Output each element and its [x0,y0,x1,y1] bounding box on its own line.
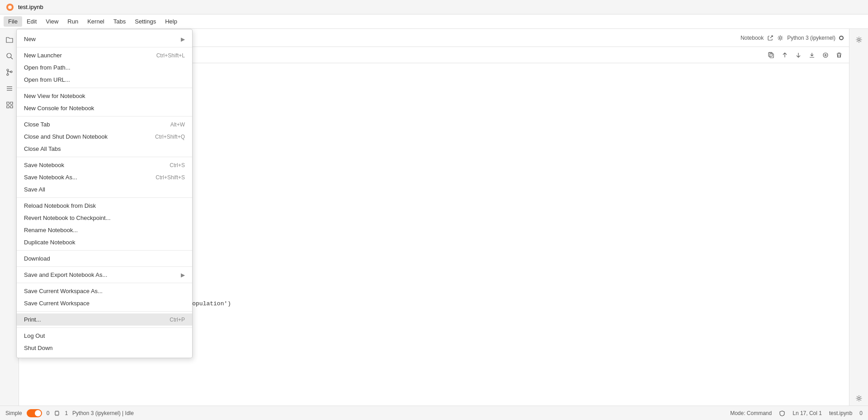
menu-item-save-all[interactable]: Save All [17,183,192,196]
zero-count: 0 [47,410,50,416]
status-left: Simple 0 1 Python 3 (ipykernel) | Idle [5,409,134,417]
menu-item-save-export[interactable]: Save and Export Notebook As... ▶ [17,269,192,281]
svg-point-1 [8,5,12,9]
zero-right: 0 [859,410,863,416]
menu-item-new-label: New [24,36,36,42]
menu-item-new-console[interactable]: New Console for Notebook [17,102,192,114]
print-shortcut: Ctrl+P [170,317,185,323]
svg-point-17 [858,39,860,41]
menu-item-close-tab[interactable]: Close Tab Alt+W [17,118,192,131]
mode-label: Simple [5,410,22,416]
menu-item-revert[interactable]: Revert Notebook to Checkpoint... [17,212,192,224]
menu-kernel[interactable]: Kernel [83,16,109,27]
line-col: Ln 17, Col 1 [793,410,822,416]
svg-point-18 [858,397,860,400]
logout-label: Log Out [24,332,45,339]
open-url-label: Open from URL... [24,76,70,83]
menu-view[interactable]: View [41,16,63,27]
menu-section-reload: Reload Notebook from Disk Revert Noteboo… [17,198,192,251]
save-notebook-as-shortcut: Ctrl+Shift+S [156,174,185,181]
new-console-label: New Console for Notebook [24,105,94,112]
menu-item-new-launcher[interactable]: New Launcher Ctrl+Shift+L [17,49,192,61]
rename-label: Rename Notebook... [24,227,78,233]
close-all-label: Close All Tabs [24,145,61,152]
menu-run[interactable]: Run [63,16,83,27]
menu-section-views: New View for Notebook New Console for No… [17,88,192,117]
menu-edit[interactable]: Edit [22,16,41,27]
status-right: Mode: Command Ln 17, Col 1 test.ipynb 0 [730,410,863,416]
menu-item-save-workspace-as[interactable]: Save Current Workspace As... [17,285,192,297]
status-bar: Simple 0 1 Python 3 (ipykernel) | Idle M… [0,406,868,420]
move-cell-down-button[interactable] [792,49,805,61]
one-count: 1 [65,410,68,416]
save-workspace-as-label: Save Current Workspace As... [24,288,103,294]
file-menu-dropdown: New ▶ New Launcher Ctrl+Shift+L Open fro… [16,29,193,358]
mode-text: Mode: Command [730,410,772,416]
menu-section-open: New Launcher Ctrl+Shift+L Open from Path… [17,47,192,88]
menu-item-new-view[interactable]: New View for Notebook [17,90,192,102]
sidebar-icon-git[interactable] [2,65,17,79]
menu-item-shutdown[interactable]: Shut Down [17,342,192,354]
menu-item-save-notebook-as[interactable]: Save Notebook As... Ctrl+Shift+S [17,171,192,183]
new-launcher-label: New Launcher [24,52,62,59]
svg-point-4 [7,69,9,71]
menu-section-close: Close Tab Alt+W Close and Shut Down Note… [17,117,192,157]
menu-item-close-shutdown[interactable]: Close and Shut Down Notebook Ctrl+Shift+… [17,131,192,143]
save-notebook-label: Save Notebook [24,162,64,168]
menu-file[interactable]: File [4,16,22,27]
menu-tabs[interactable]: Tabs [109,16,130,27]
menu-item-save-notebook[interactable]: Save Notebook Ctrl+S [17,159,192,171]
print-label: Print... [24,316,41,323]
toggle-track [27,409,42,417]
menu-item-save-workspace[interactable]: Save Current Workspace [17,297,192,309]
external-link-icon[interactable] [767,35,774,41]
menu-help[interactable]: Help [160,16,182,27]
file-name: test.ipynb [829,410,852,416]
menu-item-new[interactable]: New ▶ [17,33,192,45]
download-label: Download [24,255,50,262]
sidebar-icon-list[interactable] [2,81,17,96]
menu-section-download: Download [17,251,192,267]
menu-settings[interactable]: Settings [130,16,160,27]
insert-cell-button[interactable] [819,49,832,61]
title-bar: test.ipynb [0,0,868,14]
menu-item-close-all[interactable]: Close All Tabs [17,143,192,155]
reload-label: Reload Notebook from Disk [24,202,96,209]
new-view-label: New View for Notebook [24,93,85,99]
menu-item-print[interactable]: Print... Ctrl+P [17,313,192,326]
save-workspace-label: Save Current Workspace [24,300,90,307]
right-sidebar-settings-top[interactable] [852,33,866,47]
copy-cell-button[interactable] [765,49,778,61]
settings-icon[interactable] [777,35,783,41]
simple-mode-toggle[interactable] [27,409,42,417]
svg-rect-19 [55,411,59,415]
svg-point-2 [7,53,11,58]
close-tab-label: Close Tab [24,121,50,128]
kernel-label: Python 3 (ipykernel) [787,35,835,41]
sidebar-icon-folder[interactable] [2,33,17,47]
right-sidebar-settings-bottom[interactable] [852,391,866,406]
sidebar-icon-puzzle[interactable] [2,98,17,112]
app-logo [5,3,14,12]
menu-item-rename[interactable]: Rename Notebook... [17,224,192,236]
notebook-label: Notebook [741,35,764,41]
kernel-info: Python 3 (ipykernel) | Idle [72,410,134,416]
menu-section-export: Save and Export Notebook As... ▶ [17,267,192,283]
download-cell-button[interactable] [806,49,818,61]
menu-bar: File Edit View Run Kernel Tabs Settings … [0,14,868,29]
delete-cell-button[interactable] [833,49,845,61]
menu-item-open-url[interactable]: Open from URL... [17,74,192,86]
sidebar-icon-search[interactable] [2,49,17,63]
move-cell-up-button[interactable] [778,49,791,61]
menu-item-reload[interactable]: Reload Notebook from Disk [17,200,192,212]
menu-item-download[interactable]: Download [17,252,192,265]
svg-point-5 [7,74,9,75]
menu-item-open-path[interactable]: Open from Path... [17,61,192,74]
duplicate-label: Duplicate Notebook [24,239,75,246]
menu-item-logout[interactable]: Log Out [17,330,192,342]
menu-item-duplicate[interactable]: Duplicate Notebook [17,236,192,248]
toggle-thumb [35,410,41,416]
close-shutdown-shortcut: Ctrl+Shift+Q [155,134,185,140]
svg-rect-12 [770,54,774,58]
revert-label: Revert Notebook to Checkpoint... [24,215,111,221]
